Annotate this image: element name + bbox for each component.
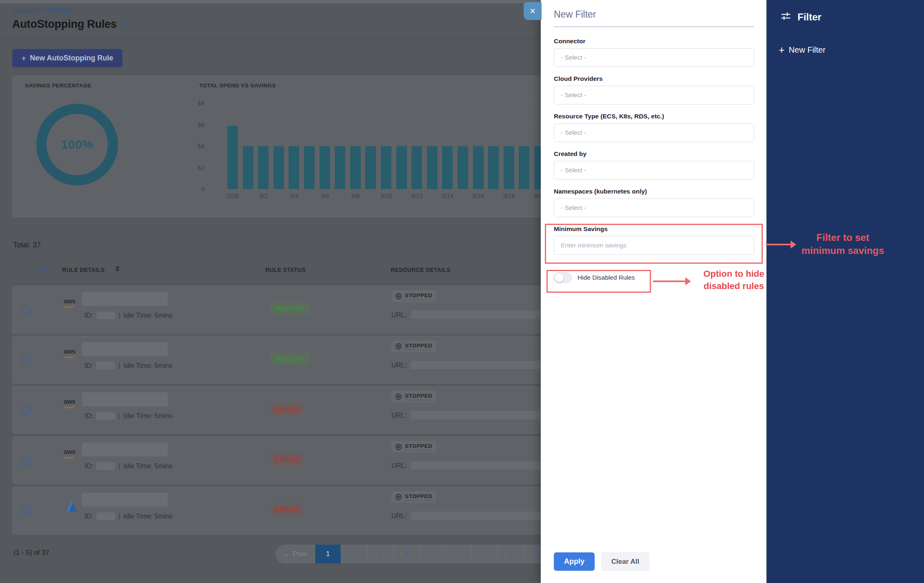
row-checkbox[interactable] [22, 406, 31, 415]
bar-3/11 [396, 146, 407, 189]
col-rule-details[interactable]: RULE DETAILS [62, 267, 104, 273]
annotation-text-minimum-savings: Filter to set minimum savings [796, 231, 890, 258]
table-row[interactable]: aws ID: | Idle Time: 5mins HEALTHY STOPP… [12, 336, 541, 384]
rule-meta: ID: | Idle Time: 5mins [84, 362, 173, 369]
y-tick: $2 [186, 164, 204, 171]
chevron-down-icon[interactable] [39, 266, 47, 274]
bar-3/4 [289, 146, 299, 189]
resource-url: URL: [391, 512, 554, 520]
app-root: Account: CCM-NG AutoStopping Rules ⓘ + N… [0, 0, 924, 583]
url-redacted [411, 361, 554, 369]
page-button-2[interactable]: 2 [341, 545, 367, 563]
table-row[interactable]: ID: | Idle Time: 5mins ERROR STOPPED URL… [12, 487, 541, 534]
filter-fields: Connector- Select -Cloud Providers- Sele… [554, 38, 754, 255]
rule-name-redacted [82, 493, 168, 507]
savings-percentage-label: SAVINGS PERCENTAGE [25, 82, 91, 89]
bar-3/9 [365, 146, 376, 189]
sort-icon[interactable] [116, 266, 120, 271]
rule-id-redacted [96, 462, 115, 470]
field-group-cloud-providers: Cloud Providers- Select - [554, 75, 754, 105]
page-button-7[interactable]: 7 [471, 545, 498, 563]
filter-panel-header: Filter [780, 11, 822, 23]
clear-all-button[interactable]: Clear All [601, 552, 649, 571]
x-tick: 3/6 [313, 192, 337, 199]
x-tick: 3/10 [374, 192, 398, 199]
resource-state-badge[interactable]: STOPPED [391, 290, 436, 302]
idle-time: Idle Time: 5mins [123, 312, 172, 319]
bar-3/1 [243, 146, 253, 189]
apply-button[interactable]: Apply [554, 552, 595, 571]
field-label-cloud-providers: Cloud Providers [554, 75, 754, 82]
table-row[interactable]: aws ID: | Idle Time: 5mins ERROR STOPPED… [12, 386, 541, 434]
top-strip [0, 0, 541, 3]
rule-id-redacted [96, 312, 115, 319]
new-autostopping-rule-button[interactable]: + New AutoStopping Rule [12, 49, 122, 67]
page-title-row: AutoStopping Rules ⓘ [12, 18, 128, 31]
page-button-8[interactable]: 8 [498, 545, 524, 563]
select-connector[interactable]: - Select - [554, 48, 754, 67]
bar-3/6 [320, 146, 330, 189]
idle-time: Idle Time: 5mins [123, 362, 172, 369]
plus-icon: + [21, 53, 26, 63]
x-tick: 3/8 [343, 192, 368, 199]
resource-state-badge[interactable]: STOPPED [391, 340, 436, 352]
stopped-icon [395, 444, 402, 450]
new-filter-button[interactable]: + New Filter [779, 44, 826, 56]
bar-3/20 [534, 146, 541, 189]
prev-label: Prev [293, 550, 307, 558]
x-tick: 2/28 [220, 192, 245, 199]
aws-icon: aws [64, 448, 80, 466]
idle-time: Idle Time: 5mins [123, 462, 172, 470]
select-resource-type-ecs-k8s-rds-etc[interactable]: - Select - [554, 123, 754, 142]
breadcrumb-account-link[interactable]: Account: CCM-NG [13, 7, 71, 15]
x-tick: 3/18 [497, 192, 521, 199]
col-rule-status: RULE STATUS [265, 267, 306, 273]
table-row[interactable]: aws ID: | Idle Time: 5mins HEALTHY STOPP… [12, 286, 541, 334]
plus-icon: + [779, 44, 785, 56]
row-checkbox[interactable] [22, 456, 31, 465]
table-row[interactable]: aws ID: | Idle Time: 5mins ERROR STOPPED… [12, 436, 541, 484]
resource-state-badge[interactable]: STOPPED [391, 441, 436, 453]
select-namespaces-kubernetes-only[interactable]: - Select - [554, 198, 754, 217]
stopped-icon [395, 343, 402, 349]
bar-3/12 [411, 146, 422, 189]
summary-charts-card: SAVINGS PERCENTAGE TOTAL SPEND VS SAVING… [12, 76, 541, 217]
donut-value: 100% [61, 138, 93, 151]
select-created-by[interactable]: - Select - [554, 161, 754, 180]
row-checkbox[interactable] [22, 506, 31, 515]
close-icon[interactable]: × [524, 2, 542, 20]
col-resource-details: RESOURCE DETAILS [391, 267, 451, 273]
resource-state-badge[interactable]: STOPPED [391, 491, 436, 503]
pagination-summary: (1 - 5) of 37 [13, 549, 49, 557]
spend-bar-chart [217, 103, 541, 189]
rules-table-body: aws ID: | Idle Time: 5mins HEALTHY STOPP… [12, 286, 541, 537]
page-button-5[interactable]: 5 [419, 545, 445, 563]
bar-3/10 [381, 146, 391, 189]
prev-page-button[interactable]: ← Prev [275, 545, 315, 563]
rule-id-redacted [96, 412, 115, 420]
page-button-3[interactable]: 3 [367, 545, 393, 563]
aws-icon: aws [64, 298, 80, 316]
rule-meta: ID: | Idle Time: 5mins [84, 412, 173, 420]
select-all-checkbox[interactable] [21, 265, 30, 274]
select-cloud-providers[interactable]: - Select - [554, 86, 754, 105]
rule-status-badge: HEALTHY [271, 353, 310, 365]
filter-panel-title: Filter [797, 11, 822, 23]
azure-icon [64, 498, 80, 516]
row-checkbox[interactable] [22, 305, 31, 314]
page-button-4[interactable]: 4 [393, 545, 419, 563]
page-button-6[interactable]: 6 [445, 545, 471, 563]
row-checkbox[interactable] [22, 356, 31, 365]
info-icon[interactable]: ⓘ [121, 20, 128, 29]
resource-state-badge[interactable]: STOPPED [391, 391, 436, 403]
bar-3/7 [335, 146, 345, 189]
new-rule-label: New AutoStopping Rule [30, 54, 113, 62]
x-tick: 3/2 [251, 192, 275, 199]
filter-name-input[interactable]: New Filter [554, 9, 754, 27]
arrow-left-icon: ← [283, 550, 290, 558]
page-button-1[interactable]: 1 [315, 545, 341, 563]
bar-3/16 [473, 146, 484, 189]
aws-icon: aws [64, 348, 80, 366]
idle-time: Idle Time: 5mins [123, 412, 172, 420]
aws-icon: aws [64, 398, 80, 416]
